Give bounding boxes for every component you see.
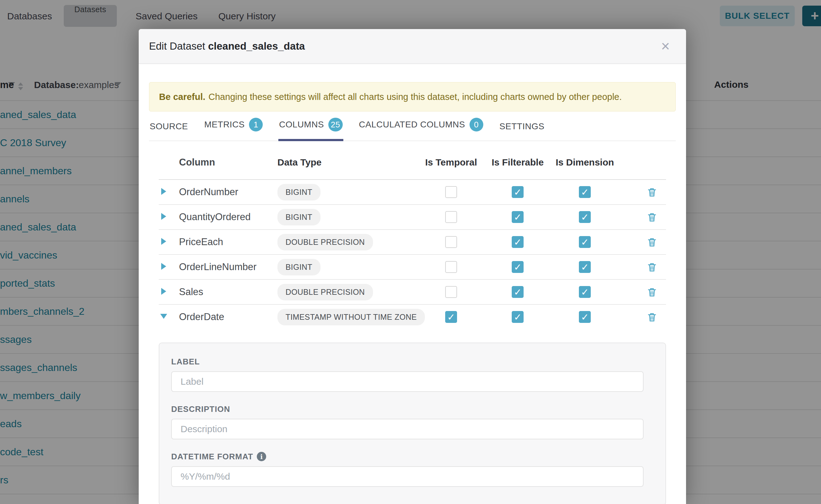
column-row-OrderNumber: OrderNumberBIGINT <box>159 180 666 205</box>
column-row-OrderDate: OrderDateTIMESTAMP WITHOUT TIME ZONE <box>159 305 666 329</box>
collapse-caret-icon[interactable] <box>159 314 171 320</box>
trash-icon[interactable] <box>647 311 657 323</box>
data-type-cell: TIMESTAMP WITHOUT TIME ZONE <box>259 309 418 325</box>
tab-source[interactable]: SOURCE <box>149 121 189 141</box>
modal-title-prefix: Edit Dataset <box>149 40 205 52</box>
is-filterable-cell <box>484 261 551 273</box>
header-is-filterable: Is Filterable <box>484 157 551 168</box>
delete-cell <box>619 186 666 198</box>
is-temporal-cell <box>418 286 484 298</box>
edit-dataset-modal: Edit Dataset cleaned_sales_data × Be car… <box>139 29 686 504</box>
datetime-format-label-text: DATETIME FORMAT <box>171 452 253 462</box>
is-temporal-checkbox[interactable] <box>445 211 457 223</box>
is-dimension-cell <box>551 261 619 273</box>
is-filterable-cell <box>484 286 551 298</box>
is-filterable-checkbox[interactable] <box>512 186 524 198</box>
is-temporal-cell <box>418 236 484 248</box>
is-dimension-cell <box>551 286 619 298</box>
data-type-pill: TIMESTAMP WITHOUT TIME ZONE <box>277 309 425 325</box>
column-row-QuantityOrdered: QuantityOrderedBIGINT <box>159 205 666 230</box>
is-temporal-cell <box>418 311 484 323</box>
is-dimension-cell <box>551 236 619 248</box>
tab-metrics[interactable]: METRICS1 <box>204 118 264 141</box>
data-type-pill: DOUBLE PRECISION <box>277 284 373 300</box>
modal-title-dataset-name: cleaned_sales_data <box>208 40 305 52</box>
is-dimension-cell <box>551 311 619 323</box>
warning-strong: Be careful. <box>159 92 205 102</box>
header-column: Column <box>171 157 259 168</box>
tab-settings[interactable]: SETTINGS <box>499 121 545 141</box>
expand-caret-icon[interactable] <box>159 263 171 271</box>
is-filterable-checkbox[interactable] <box>512 261 524 273</box>
column-row-PriceEach: PriceEachDOUBLE PRECISION <box>159 230 666 255</box>
is-filterable-checkbox[interactable] <box>512 311 524 323</box>
is-temporal-checkbox[interactable] <box>445 236 457 248</box>
data-type-cell: BIGINT <box>259 259 418 275</box>
tab-calculated-columns[interactable]: CALCULATED COLUMNS0 <box>358 118 484 141</box>
modal-title: Edit Dataset cleaned_sales_data <box>149 40 305 52</box>
is-dimension-checkbox[interactable] <box>579 211 591 223</box>
delete-cell <box>619 261 666 273</box>
tab-count-badge: 0 <box>470 118 483 131</box>
column-name: QuantityOrdered <box>171 211 259 223</box>
column-name: OrderDate <box>171 311 259 323</box>
trash-icon[interactable] <box>647 236 657 248</box>
column-row-OrderLineNumber: OrderLineNumberBIGINT <box>159 255 666 280</box>
is-filterable-checkbox[interactable] <box>512 286 524 298</box>
datetime-format-input[interactable] <box>171 466 644 487</box>
is-dimension-checkbox[interactable] <box>579 236 591 248</box>
columns-table: Column Data Type Is Temporal Is Filterab… <box>159 141 666 329</box>
column-name: OrderNumber <box>171 186 259 198</box>
is-dimension-checkbox[interactable] <box>579 286 591 298</box>
column-name: Sales <box>171 286 259 298</box>
description-field-label: DESCRIPTION <box>171 404 665 414</box>
delete-cell <box>619 236 666 248</box>
trash-icon[interactable] <box>647 186 657 198</box>
warning-text: Changing these settings will affect all … <box>208 92 622 102</box>
tab-columns[interactable]: COLUMNS25 <box>278 118 343 141</box>
label-input[interactable] <box>171 371 644 392</box>
close-icon[interactable]: × <box>661 39 670 54</box>
label-field-label: LABEL <box>171 357 665 366</box>
expand-caret-icon[interactable] <box>159 238 171 246</box>
description-input[interactable] <box>171 419 644 439</box>
is-filterable-cell <box>484 311 551 323</box>
is-dimension-checkbox[interactable] <box>579 261 591 273</box>
data-type-pill: BIGINT <box>277 184 320 200</box>
is-dimension-checkbox[interactable] <box>579 186 591 198</box>
is-temporal-cell <box>418 186 484 198</box>
datetime-format-field-label: DATETIME FORMAT i <box>171 452 665 461</box>
modal-tabs: SOURCEMETRICS1COLUMNS25CALCULATED COLUMN… <box>149 111 676 141</box>
is-dimension-cell <box>551 186 619 198</box>
data-type-cell: BIGINT <box>259 184 418 200</box>
info-icon[interactable]: i <box>257 452 266 461</box>
is-filterable-cell <box>484 186 551 198</box>
column-name: OrderLineNumber <box>171 261 259 273</box>
is-temporal-checkbox[interactable] <box>445 311 457 323</box>
is-temporal-checkbox[interactable] <box>445 186 457 198</box>
expand-caret-icon[interactable] <box>159 288 171 296</box>
warning-banner: Be careful. Changing these settings will… <box>149 82 676 111</box>
expand-caret-icon[interactable] <box>159 213 171 221</box>
column-name: PriceEach <box>171 236 259 248</box>
tab-count-badge: 1 <box>249 118 263 131</box>
data-type-pill: BIGINT <box>277 259 320 275</box>
is-filterable-checkbox[interactable] <box>512 211 524 223</box>
column-editor-panel: LABEL DESCRIPTION DATETIME FORMAT i <box>159 343 666 504</box>
is-filterable-cell <box>484 236 551 248</box>
trash-icon[interactable] <box>647 286 657 298</box>
data-type-cell: DOUBLE PRECISION <box>259 284 418 300</box>
data-type-pill: DOUBLE PRECISION <box>277 234 373 250</box>
is-temporal-checkbox[interactable] <box>445 261 457 273</box>
expand-caret-icon[interactable] <box>159 188 171 196</box>
header-data-type: Data Type <box>259 157 418 168</box>
tab-label: SOURCE <box>150 121 188 131</box>
is-filterable-checkbox[interactable] <box>512 236 524 248</box>
trash-icon[interactable] <box>647 261 657 273</box>
is-filterable-cell <box>484 211 551 223</box>
data-type-cell: DOUBLE PRECISION <box>259 234 418 250</box>
tab-label: SETTINGS <box>500 121 545 131</box>
trash-icon[interactable] <box>647 211 657 223</box>
is-dimension-checkbox[interactable] <box>579 311 591 323</box>
is-temporal-checkbox[interactable] <box>445 286 457 298</box>
